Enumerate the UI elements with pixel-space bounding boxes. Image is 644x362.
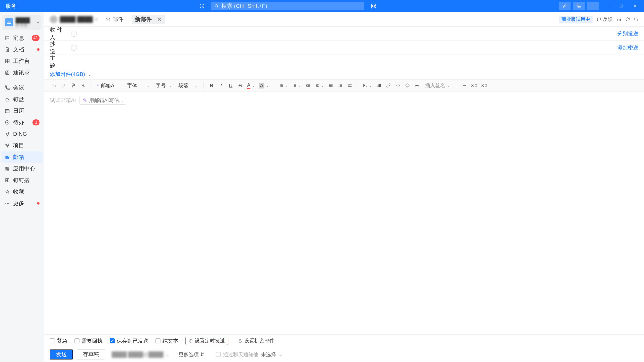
- save-sent-checkbox[interactable]: ✓保存到已发送: [110, 337, 148, 344]
- sidebar-item-builder[interactable]: 钉钉搭: [0, 174, 44, 186]
- window-minimize-icon[interactable]: [601, 2, 613, 10]
- chat-notify-checkbox[interactable]: [216, 352, 221, 357]
- bold-icon[interactable]: B: [207, 81, 216, 90]
- top-row: ████ ████ ▾ 邮件 新邮件 ✕ 商业版试用中 反馈: [44, 12, 644, 27]
- separate-send-link[interactable]: 分别发送: [617, 30, 638, 37]
- chat-icon: [5, 35, 10, 41]
- format-painter-icon[interactable]: [69, 81, 77, 90]
- subject-input[interactable]: [71, 59, 638, 65]
- align-icon[interactable]: ⌄: [313, 81, 326, 90]
- add-recipient-icon[interactable]: ＋: [71, 31, 77, 37]
- sidebar-item-meeting[interactable]: 会议: [0, 82, 44, 94]
- from-address[interactable]: ████ ████@████ ⌄: [112, 351, 170, 357]
- tab-compose[interactable]: 新邮件 ✕: [132, 15, 165, 24]
- drive-icon: [5, 97, 10, 102]
- redo-icon[interactable]: [59, 81, 68, 90]
- more-options-button[interactable]: 更多选项 ⇵: [179, 351, 205, 358]
- need-receipt-checkbox[interactable]: 需要回执: [74, 337, 103, 344]
- window-maximize-icon[interactable]: [615, 2, 627, 10]
- cc-label: 抄 送: [50, 40, 66, 55]
- add-attachment-link[interactable]: 添加附件(4GB): [50, 71, 85, 78]
- wand-icon: ✎: [83, 97, 87, 103]
- table-icon[interactable]: [375, 81, 383, 90]
- global-search[interactable]: [211, 2, 364, 10]
- highlight-color-icon[interactable]: A⌄: [257, 81, 270, 90]
- sidebar-item-todo[interactable]: 待办 3: [0, 117, 44, 128]
- editor-body[interactable]: 试试邮箱AI ✎ 用邮箱AI写信...: [44, 92, 644, 334]
- strike-format-icon[interactable]: S: [413, 81, 421, 90]
- grid-icon[interactable]: [617, 17, 621, 22]
- emoji-icon[interactable]: [403, 81, 412, 90]
- pen-icon[interactable]: [559, 2, 571, 10]
- plus-icon[interactable]: [587, 2, 599, 10]
- send-button[interactable]: 发送: [50, 349, 73, 359]
- sidebar-item-workbench[interactable]: 工作台: [0, 55, 44, 67]
- ai-write-chip[interactable]: ✎ 用邮箱AI写信...: [79, 96, 127, 105]
- svg-point-30: [8, 169, 9, 170]
- org-switcher[interactable]: ████ 标准版 ▾: [3, 15, 42, 30]
- sidebar-item-calendar[interactable]: 日历: [0, 105, 44, 117]
- ordered-list-icon[interactable]: 123⌄: [291, 81, 303, 90]
- schedule-send-button[interactable]: 设置定时发送: [185, 337, 228, 345]
- todo-check-icon[interactable]: [346, 81, 354, 90]
- urgent-checkbox[interactable]: 紧急: [50, 337, 67, 344]
- add-bcc-link[interactable]: 添加密送: [617, 44, 638, 51]
- phone-icon[interactable]: [573, 2, 585, 10]
- clear-format-icon[interactable]: [78, 81, 87, 90]
- horizontal-rule-icon[interactable]: [460, 81, 468, 90]
- confidential-button[interactable]: 设置机密邮件: [235, 337, 277, 345]
- sidebar-item-docs[interactable]: 文档: [0, 44, 44, 55]
- sidebar-item-ding[interactable]: DING: [0, 128, 44, 140]
- sidebar-item-drive[interactable]: 钉盘: [0, 94, 44, 105]
- superscript-icon[interactable]: X2: [469, 81, 478, 90]
- sidebar-item-mail[interactable]: 邮箱: [2, 151, 43, 163]
- line-height-icon[interactable]: [336, 81, 345, 90]
- qr-icon[interactable]: [371, 3, 376, 9]
- current-user[interactable]: ████ ████ ▾: [50, 16, 97, 23]
- underline-icon[interactable]: U: [226, 81, 235, 90]
- italic-icon[interactable]: I: [217, 81, 225, 90]
- attachment-row[interactable]: 添加附件(4GB) ⌄: [44, 69, 644, 79]
- refresh-icon[interactable]: [625, 17, 630, 22]
- sidebar-item-favorite[interactable]: 收藏: [0, 186, 44, 198]
- strikethrough-icon[interactable]: S: [236, 81, 245, 90]
- indent-icon[interactable]: [327, 81, 335, 90]
- sidebar-item-more[interactable]: 更多: [0, 198, 44, 209]
- history-icon[interactable]: [199, 3, 205, 9]
- mail-ai-button[interactable]: 邮箱AI: [94, 81, 117, 90]
- link-icon[interactable]: [384, 81, 393, 90]
- svg-rect-31: [6, 178, 7, 180]
- add-cc-icon[interactable]: ＋: [71, 45, 77, 51]
- chat-notify-row[interactable]: 通过聊天通知他 未选择 ⌄: [216, 351, 283, 358]
- outdent-icon[interactable]: [304, 81, 312, 90]
- subject-row[interactable]: 主 题: [44, 55, 644, 69]
- trial-pill[interactable]: 商业版试用中: [559, 16, 593, 23]
- chevron-down-icon[interactable]: ⌄: [88, 71, 92, 77]
- window-close-icon[interactable]: [629, 2, 641, 10]
- tab-inbox[interactable]: 邮件: [102, 15, 127, 24]
- image-icon[interactable]: ⌄: [361, 81, 374, 90]
- svg-point-42: [619, 19, 620, 20]
- sidebar-item-apps[interactable]: 应用中心: [0, 163, 44, 174]
- font-size-select[interactable]: 字号⌄: [153, 81, 175, 90]
- paragraph-select[interactable]: 段落⌄: [176, 81, 200, 90]
- search-input[interactable]: [221, 3, 361, 9]
- font-family-select[interactable]: 字体⌄: [125, 81, 152, 90]
- svg-point-28: [6, 169, 6, 170]
- recipient-row-to[interactable]: 收件人 ＋ 分别发送: [44, 27, 644, 41]
- undo-icon[interactable]: [50, 81, 58, 90]
- plain-text-checkbox[interactable]: 纯文本: [155, 337, 178, 344]
- sidebar-item-project[interactable]: 项目: [0, 140, 44, 151]
- save-draft-button[interactable]: 存草稿: [77, 349, 105, 359]
- recipient-row-cc[interactable]: 抄 送 ＋ 添加密送: [44, 41, 644, 55]
- popout-icon[interactable]: [634, 17, 638, 22]
- insert-signature-select[interactable]: 插入签名⌄: [422, 81, 453, 90]
- close-tab-icon[interactable]: ✕: [157, 16, 162, 22]
- text-color-icon[interactable]: A⌄: [246, 81, 256, 90]
- sidebar-item-contacts[interactable]: 通讯录: [0, 67, 44, 78]
- sidebar-item-messages[interactable]: 消息 41: [0, 32, 44, 44]
- bullet-list-icon[interactable]: ⌄: [278, 81, 290, 90]
- subscript-icon[interactable]: X2: [479, 81, 489, 90]
- code-icon[interactable]: [394, 81, 402, 90]
- feedback-button[interactable]: 反馈: [597, 16, 613, 23]
